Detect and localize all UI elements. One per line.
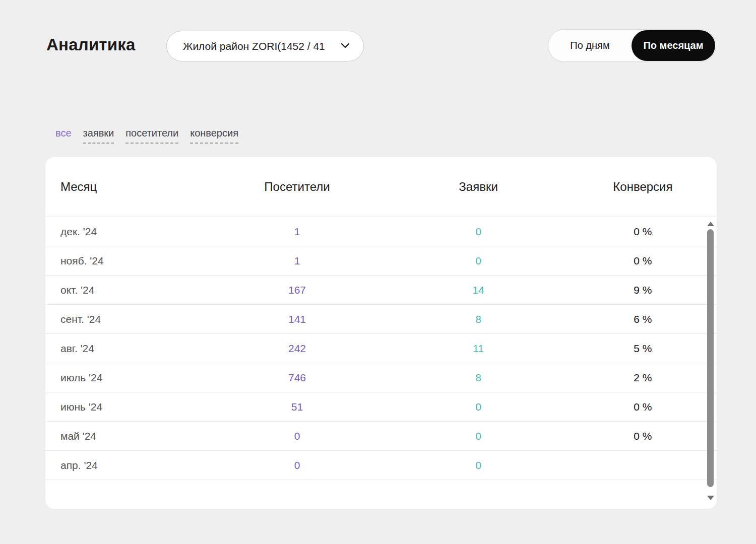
cell-month: апр. '24 [45, 459, 207, 471]
cell-visitors: 242 [207, 343, 388, 355]
cell-conversion: 5 % [569, 343, 717, 355]
cell-requests: 0 [388, 255, 569, 267]
scroll-down-icon[interactable] [707, 496, 714, 500]
cell-conversion: 0 % [569, 226, 717, 238]
column-header-conversion: Конверсия [569, 180, 717, 194]
scroll-up-icon[interactable] [707, 222, 714, 226]
table-header-row: Месяц Посетители Заявки Конверсия [45, 157, 717, 217]
cell-requests: 0 [388, 459, 569, 471]
cell-month: дек. '24 [45, 226, 207, 238]
toggle-by-days[interactable]: По дням [548, 40, 632, 51]
analytics-table-card: Месяц Посетители Заявки Конверсия дек. '… [45, 157, 717, 509]
cell-visitors: 746 [207, 372, 388, 384]
table-row[interactable]: май '24 0 0 0 % [45, 421, 717, 450]
cell-month: июнь '24 [45, 401, 207, 413]
table-row[interactable]: нояб. '24 1 0 0 % [45, 246, 717, 275]
tab-all[interactable]: все [55, 127, 72, 144]
cell-month: авг. '24 [45, 343, 207, 355]
cell-month: июль '24 [45, 372, 207, 384]
cell-month: май '24 [45, 430, 207, 442]
cell-requests: 11 [388, 343, 569, 355]
cell-conversion: 2 % [569, 372, 717, 384]
column-header-month: Месяц [45, 180, 207, 194]
cell-visitors: 1 [207, 255, 388, 267]
analytics-page: Аналитика Жилой район ZORI(1452 / 41 По … [0, 0, 756, 544]
cell-visitors: 0 [207, 459, 388, 471]
table-row[interactable]: дек. '24 1 0 0 % [45, 217, 717, 246]
cell-requests: 8 [388, 313, 569, 325]
cell-visitors: 141 [207, 313, 388, 325]
cell-visitors: 51 [207, 401, 388, 413]
cell-conversion: 0 % [569, 401, 717, 413]
cell-conversion: 9 % [569, 284, 717, 296]
cell-conversion: 6 % [569, 313, 717, 325]
cell-conversion: 0 % [569, 430, 717, 442]
scrollbar-thumb[interactable] [707, 229, 714, 487]
table-row[interactable]: июнь '24 51 0 0 % [45, 392, 717, 421]
column-header-visitors: Посетители [207, 180, 388, 194]
table-row[interactable]: июль '24 746 8 2 % [45, 363, 717, 392]
cell-requests: 8 [388, 372, 569, 384]
table-body: дек. '24 1 0 0 % нояб. '24 1 0 0 % окт. … [45, 217, 717, 480]
cell-visitors: 1 [207, 226, 388, 238]
table-row[interactable]: апр. '24 0 0 [45, 450, 717, 480]
cell-requests: 0 [388, 401, 569, 413]
column-header-requests: Заявки [388, 180, 569, 194]
page-title: Аналитика [46, 35, 135, 54]
tab-visitors[interactable]: посетители [125, 127, 178, 144]
metric-tabs: все заявки посетители конверсия [55, 127, 238, 144]
table-row[interactable]: авг. '24 242 11 5 % [45, 333, 717, 363]
cell-visitors: 167 [207, 284, 388, 296]
table-row[interactable]: сент. '24 141 8 6 % [45, 304, 717, 333]
cell-conversion: 0 % [569, 255, 717, 267]
cell-month: нояб. '24 [45, 255, 207, 267]
project-select-dropdown[interactable]: Жилой район ZORI(1452 / 41 [166, 31, 364, 61]
tab-conversion[interactable]: конверсия [190, 127, 238, 144]
cell-month: сент. '24 [45, 313, 207, 325]
cell-month: окт. '24 [45, 284, 207, 296]
table-footer-spacer [45, 480, 717, 509]
chevron-down-icon [335, 39, 351, 53]
cell-requests: 0 [388, 226, 569, 238]
period-toggle: По дням По месяцам [548, 29, 716, 62]
vertical-scrollbar[interactable] [707, 222, 714, 504]
cell-requests: 0 [388, 430, 569, 442]
tab-requests[interactable]: заявки [83, 127, 114, 144]
table-row[interactable]: окт. '24 167 14 9 % [45, 275, 717, 304]
project-select-label: Жилой район ZORI(1452 / 41 [183, 40, 325, 52]
cell-visitors: 0 [207, 430, 388, 442]
toggle-by-months[interactable]: По месяцам [632, 30, 715, 61]
cell-requests: 14 [388, 284, 569, 296]
